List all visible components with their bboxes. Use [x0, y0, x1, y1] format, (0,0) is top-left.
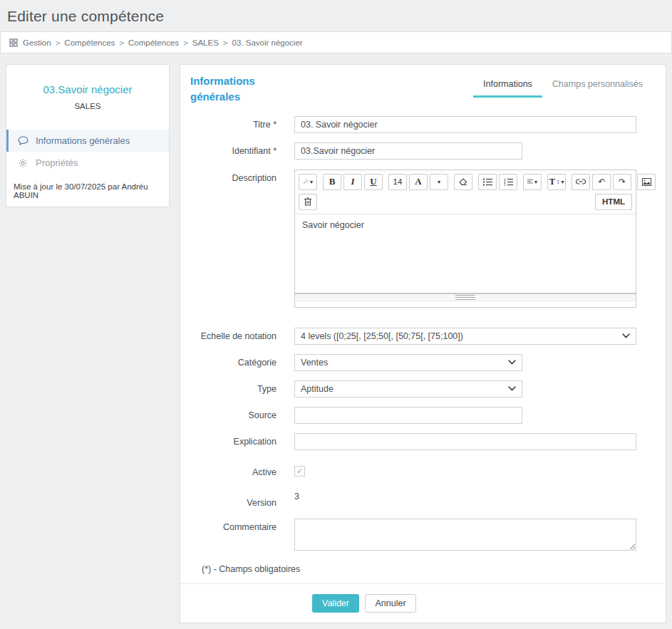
- titre-input[interactable]: [294, 116, 636, 133]
- sidebar-item-informations-generales[interactable]: Informations générales: [6, 130, 169, 152]
- sidebar: 03.Savoir négocier SALES Informations gé…: [6, 64, 170, 207]
- tab-champs-personnalises[interactable]: Champs personnalisés: [542, 73, 653, 98]
- editor-resize-handle[interactable]: [295, 293, 636, 301]
- caret-down-icon: ▾: [310, 179, 313, 185]
- style-magic-wand-button[interactable]: ▾: [299, 174, 317, 190]
- breadcrumb-item-gestion[interactable]: Gestion: [23, 38, 51, 47]
- breadcrumb-item-current[interactable]: 03. Savoir négocier: [232, 38, 303, 47]
- ordered-list-button[interactable]: 123: [499, 174, 517, 190]
- type-label: Type: [190, 380, 294, 394]
- commentaire-textarea[interactable]: [294, 519, 636, 551]
- echelle-select[interactable]: 4 levels ([0;25[, [25;50[, [50;75[, [75;…: [294, 328, 636, 345]
- source-label: Source: [190, 407, 294, 420]
- html-code-view-button[interactable]: HTML: [595, 194, 632, 210]
- section-heading: Informations générales: [190, 73, 269, 105]
- unordered-list-button[interactable]: [478, 174, 497, 190]
- eraser-button[interactable]: [454, 174, 472, 190]
- main-panel: Informations générales Informations Cham…: [180, 64, 666, 623]
- line-height-button[interactable]: T↕ ▾: [547, 174, 566, 190]
- up-down-arrow-icon: ↕: [557, 178, 560, 185]
- description-richtext-editor: ▾ B I U 14 A ▾: [294, 170, 636, 308]
- tab-bar: Informations Champs personnalisés: [473, 73, 653, 98]
- grid-icon: [9, 38, 18, 47]
- categorie-label: Catégorie: [190, 354, 294, 368]
- annuler-button[interactable]: Annuler: [365, 594, 415, 613]
- sidebar-item-label: Propriétés: [36, 157, 78, 168]
- font-color-button[interactable]: A: [409, 174, 428, 190]
- commentaire-label: Commentaire: [190, 519, 294, 532]
- valider-button[interactable]: Valider: [312, 594, 359, 613]
- editor-toolbar: ▾ B I U 14 A ▾: [295, 170, 636, 214]
- undo-button[interactable]: ↶: [592, 174, 611, 190]
- underline-button[interactable]: U: [364, 174, 383, 190]
- source-input[interactable]: [294, 407, 522, 424]
- active-checkbox[interactable]: ✓: [294, 466, 305, 477]
- sidebar-item-proprietes[interactable]: Propriétés: [6, 152, 169, 174]
- breadcrumb-item-competences-1[interactable]: Compétences: [64, 38, 115, 47]
- competency-title: 03.Savoir négocier: [12, 83, 163, 95]
- chevron-down-icon: [508, 360, 516, 365]
- caret-down-icon: ▾: [562, 179, 564, 185]
- version-label: Version: [190, 492, 294, 508]
- sidebar-item-label: Informations générales: [36, 135, 130, 146]
- speech-bubble-icon: [17, 136, 29, 145]
- drag-handle-icon: [455, 293, 475, 301]
- identifiant-input[interactable]: [294, 142, 522, 160]
- titre-label: Titre *: [190, 116, 294, 130]
- breadcrumb-separator: >: [183, 38, 188, 47]
- editor-footer-space: [295, 301, 636, 307]
- breadcrumb-separator: >: [223, 38, 228, 47]
- echelle-label: Echelle de notation: [190, 328, 294, 341]
- caret-down-icon: ▾: [534, 179, 537, 185]
- caret-down-icon: ▾: [438, 179, 440, 185]
- font-size-button[interactable]: 14: [388, 174, 407, 190]
- description-editable-area[interactable]: Savoir négocier: [295, 214, 636, 293]
- redo-button[interactable]: ↷: [613, 174, 631, 190]
- version-value: 3: [294, 492, 636, 501]
- page-title: Editer une compétence: [0, 0, 672, 31]
- categorie-select[interactable]: Ventes: [294, 354, 522, 371]
- svg-text:3: 3: [504, 183, 506, 186]
- active-label: Active: [190, 464, 294, 477]
- description-label: Description: [190, 170, 294, 183]
- font-color-caret-button[interactable]: ▾: [430, 174, 448, 190]
- competency-family: SALES: [12, 102, 163, 110]
- picture-button[interactable]: [637, 174, 656, 190]
- last-updated-note: Mise à jour le 30/07/2025 par Andréu ABU…: [6, 174, 169, 207]
- form-footer: Valider Annuler: [180, 583, 666, 623]
- explication-input[interactable]: [294, 433, 636, 450]
- italic-button[interactable]: I: [343, 174, 362, 190]
- link-button[interactable]: [572, 174, 590, 190]
- tab-informations[interactable]: Informations: [473, 73, 542, 98]
- bold-button[interactable]: B: [323, 174, 341, 190]
- breadcrumb-item-sales[interactable]: SALES: [192, 38, 219, 47]
- breadcrumb-separator: >: [119, 38, 124, 47]
- required-fields-note: (*) - Champs obligatoires: [202, 564, 653, 574]
- breadcrumb-separator: >: [56, 38, 61, 47]
- chevron-down-icon: [508, 386, 516, 391]
- trash-button[interactable]: [299, 194, 317, 210]
- type-select[interactable]: Aptitude: [294, 380, 522, 397]
- identifiant-label: Identifiant *: [190, 142, 294, 156]
- explication-label: Explication: [190, 433, 294, 447]
- chevron-down-icon: [622, 333, 630, 338]
- paragraph-align-button[interactable]: ▾: [523, 174, 542, 190]
- breadcrumb: Gestion > Compétences > Compétences > SA…: [0, 31, 672, 53]
- gear-icon: [17, 158, 29, 168]
- breadcrumb-item-competences-2[interactable]: Compétences: [128, 38, 179, 47]
